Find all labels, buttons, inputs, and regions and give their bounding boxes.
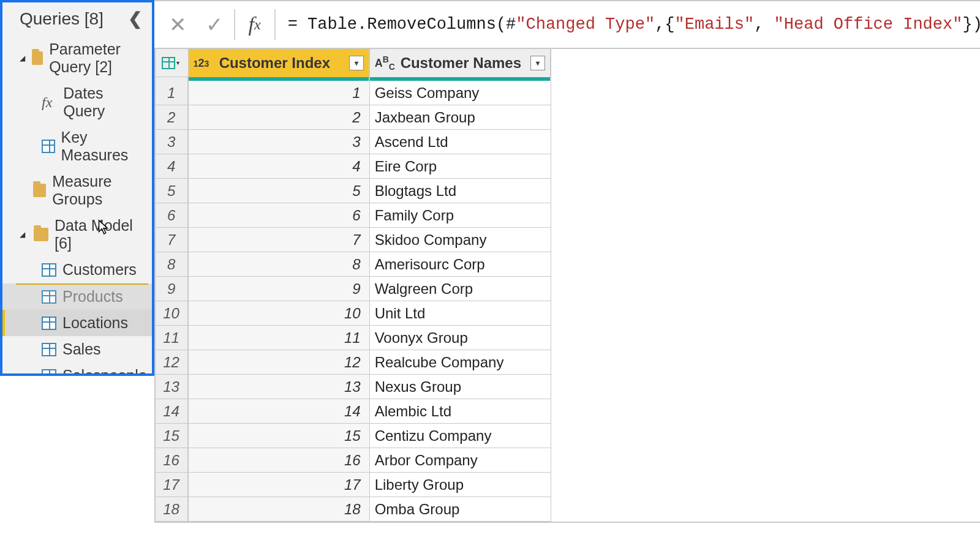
folder-icon [34, 228, 48, 241]
cell-customer-name[interactable]: Omba Group [370, 497, 551, 522]
column-header-label: Customer Index [219, 54, 330, 72]
row-number[interactable]: 14 [156, 399, 189, 424]
cell-customer-index[interactable]: 5 [189, 179, 370, 203]
row-number[interactable]: 8 [156, 252, 189, 277]
tree-folder[interactable]: Measure Groups [2, 168, 152, 212]
editor-main: ✕ ✓ fx = Table.RemoveColumns(#"Changed T… [154, 0, 980, 551]
cell-customer-index[interactable]: 10 [189, 301, 370, 326]
cell-customer-index[interactable]: 7 [189, 228, 370, 252]
column-filter-button[interactable]: ▾ [530, 56, 545, 70]
datatype-icon: ABC [375, 54, 396, 72]
queries-pane-header: Queries [8] ❮ [2, 2, 152, 36]
row-number[interactable]: 18 [156, 497, 189, 522]
row-number[interactable]: 4 [156, 154, 189, 179]
table-icon [42, 369, 56, 374]
datatype-icon: 123 [194, 57, 214, 70]
cell-customer-name[interactable]: Nexus Group [370, 375, 551, 399]
row-number[interactable]: 5 [156, 179, 189, 203]
tree-item[interactable]: fxDates Query [2, 80, 152, 124]
separator [234, 9, 235, 40]
cell-customer-index[interactable]: 2 [189, 105, 370, 130]
cell-customer-name[interactable]: Liberty Group [370, 473, 551, 497]
column-filter-button[interactable]: ▾ [349, 56, 364, 70]
cell-customer-index[interactable]: 4 [189, 154, 370, 179]
formula-commit-button[interactable]: ✓ [196, 12, 233, 37]
row-number[interactable]: 16 [156, 448, 189, 473]
cell-customer-name[interactable]: Unit Ltd [370, 301, 551, 326]
row-number[interactable]: 13 [156, 375, 189, 399]
cell-customer-index[interactable]: 18 [189, 497, 370, 522]
cell-customer-name[interactable]: Centizu Company [370, 424, 551, 448]
row-number[interactable]: 17 [156, 473, 189, 497]
row-number[interactable]: 1 [156, 81, 189, 105]
tree-item-label: Sales [62, 340, 101, 358]
tree-folder[interactable]: ◢Parameter Query [2] [2, 36, 152, 80]
cell-customer-index[interactable]: 8 [189, 252, 370, 277]
tree-item[interactable]: Products [2, 283, 152, 310]
cell-customer-index[interactable]: 11 [189, 326, 370, 350]
tree-item-label: Products [62, 288, 123, 305]
cell-customer-index[interactable]: 3 [189, 130, 370, 154]
row-number[interactable]: 11 [156, 326, 189, 350]
queries-pane-title: Queries [8] [20, 9, 104, 29]
formula-cancel-button[interactable]: ✕ [159, 12, 196, 37]
cell-customer-index[interactable]: 17 [189, 473, 370, 497]
separator [274, 9, 276, 40]
cell-customer-name[interactable]: Arbor Company [370, 448, 551, 473]
tree-folder-label: Measure Groups [52, 173, 146, 208]
cell-customer-index[interactable]: 14 [189, 399, 370, 424]
tree-item[interactable]: Sales [2, 336, 152, 362]
tree-item[interactable]: Customers [2, 257, 152, 283]
cell-customer-name[interactable]: Voonyx Group [370, 326, 551, 350]
chevron-down-icon: ◢ [20, 54, 26, 62]
row-number[interactable]: 9 [156, 277, 189, 301]
table-icon [42, 290, 56, 304]
row-number[interactable]: 2 [156, 105, 189, 130]
row-number[interactable]: 10 [156, 301, 189, 326]
tree-item-label: Key Measures [61, 129, 147, 164]
cell-customer-name[interactable]: Geiss Company [370, 81, 551, 105]
cell-customer-index[interactable]: 16 [189, 448, 370, 473]
chevron-down-icon: ◢ [20, 230, 28, 239]
fx-icon[interactable]: fx [236, 13, 273, 36]
queries-pane: Queries [8] ❮ ◢Parameter Query [2]fxDate… [0, 0, 154, 376]
cell-customer-index[interactable]: 9 [189, 277, 370, 301]
tree-item[interactable]: Key Measures [2, 124, 152, 168]
row-number[interactable]: 15 [156, 424, 189, 448]
cell-customer-name[interactable]: Alembic Ltd [370, 399, 551, 424]
app-root: Queries [8] ❮ ◢Parameter Query [2]fxDate… [0, 0, 980, 551]
collapse-pane-icon[interactable]: ❮ [128, 9, 142, 29]
tree-item-label: Salespeople [62, 367, 147, 373]
tree-item[interactable]: Locations [2, 310, 152, 336]
row-number[interactable]: 3 [156, 130, 189, 154]
cell-customer-index[interactable]: 1 [189, 81, 370, 105]
tree-item[interactable]: Salespeople [2, 362, 152, 373]
tree-item-label: Customers [62, 261, 137, 279]
column-header[interactable]: 123Customer Index▾ [189, 49, 370, 77]
row-number[interactable]: 12 [156, 350, 189, 375]
cell-customer-name[interactable]: Blogtags Ltd [370, 179, 551, 203]
cell-customer-index[interactable]: 13 [189, 375, 370, 399]
cell-customer-name[interactable]: Family Corp [370, 203, 551, 228]
cell-customer-name[interactable]: Realcube Company [370, 350, 551, 375]
column-header[interactable]: ABCCustomer Names▾ [370, 49, 551, 77]
cell-customer-name[interactable]: Eire Corp [370, 154, 551, 179]
cell-customer-name[interactable]: Ascend Ltd [370, 130, 551, 154]
row-number[interactable]: 7 [156, 228, 189, 252]
formula-bar: ✕ ✓ fx = Table.RemoveColumns(#"Changed T… [154, 1, 980, 48]
tree-folder-label: Data Model [6] [55, 217, 147, 252]
cell-customer-name[interactable]: Jaxbean Group [370, 105, 551, 130]
cell-customer-index[interactable]: 6 [189, 203, 370, 228]
cell-customer-index[interactable]: 12 [189, 350, 370, 375]
cell-customer-name[interactable]: Amerisourc Corp [370, 252, 551, 277]
table-icon [42, 343, 56, 356]
folder-icon [32, 51, 43, 65]
cell-customer-index[interactable]: 15 [189, 424, 370, 448]
tree-folder[interactable]: ◢Data Model [6] [2, 212, 152, 257]
formula-input[interactable]: = Table.RemoveColumns(#"Changed Type",{"… [277, 12, 980, 37]
row-number[interactable]: 6 [156, 203, 189, 228]
cell-customer-name[interactable]: Walgreen Corp [370, 277, 551, 301]
fx-icon: fx [42, 94, 57, 111]
table-corner-menu[interactable]: ▾ [156, 49, 189, 77]
cell-customer-name[interactable]: Skidoo Company [370, 228, 551, 252]
